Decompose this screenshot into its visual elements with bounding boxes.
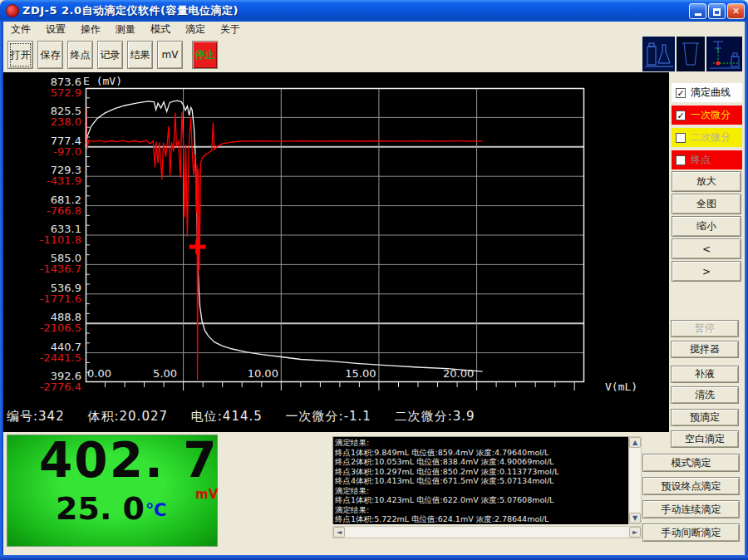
checkbox-checked-icon[interactable]: ✓: [676, 111, 686, 120]
lcd-mv-unit: mV: [195, 487, 218, 502]
beaker-icon: [677, 37, 704, 71]
svg-text:0.00: 0.00: [87, 367, 111, 380]
y-axis-tick: 873.6572.9: [5, 76, 81, 98]
lcd-temperature-unit: ℃: [145, 500, 166, 520]
legend-row-endpoint[interactable]: 终点: [672, 150, 742, 169]
menu-measure[interactable]: 测量: [108, 22, 143, 37]
drop-point-dot: [716, 61, 720, 66]
scroll-up-icon[interactable]: ▲: [629, 437, 641, 448]
legend-row-second-derivative[interactable]: 二次微分: [672, 128, 742, 147]
checkbox-unchecked-icon[interactable]: [676, 133, 686, 143]
manual-intermittent-titration-button[interactable]: 手动间断滴定: [642, 523, 740, 542]
status-second-derivative: 二次微分:3.9: [395, 409, 475, 424]
pre-titration-button[interactable]: 预滴定: [671, 409, 739, 426]
result-button[interactable]: 结果: [127, 41, 153, 69]
zoom-out-button[interactable]: 缩小: [672, 216, 741, 237]
save-button[interactable]: 保存: [37, 41, 63, 69]
legend-label: 二次微分: [691, 130, 731, 145]
zoom-in-button[interactable]: 放大: [672, 171, 741, 192]
legend-label: 滴定曲线: [691, 86, 731, 100]
console-vertical-scrollbar[interactable]: ▲ ▼: [628, 436, 642, 524]
app-logo-icon: [6, 4, 19, 17]
y-axis-tick: 633.1-1101.8: [5, 224, 81, 245]
lcd-temperature-value: 25. 0: [56, 490, 145, 527]
app-window: ZDJ-5 2.0自动滴定仪软件(容量电位滴定) ✕ 文件 设置 操作 测量 模…: [0, 0, 748, 560]
scroll-right-icon[interactable]: ►: [629, 527, 641, 538]
legend-row-first-derivative[interactable]: ✓ 一次微分: [672, 106, 742, 125]
menu-bar: 文件 设置 操作 测量 模式 滴定 关于: [3, 22, 745, 37]
preset-endpoint-titration-button[interactable]: 预设终点滴定: [642, 477, 740, 495]
caption-buttons: ✕: [689, 3, 745, 19]
stirrer-button[interactable]: 搅拌器: [671, 341, 739, 358]
window-border-bottom: [0, 555, 748, 560]
y-axis-tick: 681.2-766.8: [5, 194, 81, 216]
clean-button[interactable]: 清洗: [671, 386, 739, 404]
console-line: 终点1体积:10.423mL 电位值:622.0mV 浓度:5.07608mol…: [335, 495, 627, 505]
window-border-right: [745, 22, 748, 560]
menu-file[interactable]: 文件: [3, 22, 38, 37]
titration-chart: 0.005.0010.0015.0020.00: [86, 88, 584, 394]
legend-label: 终点: [691, 153, 711, 167]
console-line: 终点2体积:10.053mL 电位值:838.4mV 浓度:4.90069mol…: [335, 457, 627, 467]
status-volume: 体积:20.027: [87, 409, 168, 424]
svg-text:15.00: 15.00: [345, 367, 376, 380]
maximize-button[interactable]: [708, 3, 726, 19]
y-axis-tick: 488.8-2106.5: [5, 312, 81, 333]
close-button[interactable]: ✕: [727, 3, 745, 19]
menu-about[interactable]: 关于: [213, 22, 248, 37]
title-bar[interactable]: ZDJ-5 2.0自动滴定仪软件(容量电位滴定) ✕: [0, 0, 748, 22]
endpoint-button[interactable]: 终点: [67, 41, 93, 69]
svg-text:10.00: 10.00: [248, 367, 278, 380]
maximize-icon: [713, 8, 721, 16]
minimize-button[interactable]: [689, 3, 706, 19]
y-axis-tick: 440.7-2441.5: [5, 341, 81, 363]
menu-mode[interactable]: 模式: [143, 22, 178, 37]
y-axis-tick: 825.5238.0: [5, 106, 81, 127]
console-line: 滴定结果:: [335, 486, 627, 496]
pause-button: 暂停: [671, 320, 739, 337]
checkbox-unchecked-icon[interactable]: [676, 155, 686, 165]
burette-stand-icon: [706, 37, 742, 71]
status-potential: 电位:414.5: [191, 409, 263, 424]
full-view-button[interactable]: 全图: [672, 194, 741, 214]
record-button[interactable]: 记录: [97, 41, 123, 69]
window-title: ZDJ-5 2.0自动滴定仪软件(容量电位滴定): [22, 3, 239, 18]
y-axis-tick: 536.9-1771.6: [5, 282, 81, 304]
toolbar: 打开 保存 终点 记录 结果 mV 停止: [3, 37, 745, 72]
legend-label: 一次微分: [691, 108, 731, 122]
results-console[interactable]: 滴定结果: 终点1体积:9.849mL 电位值:859.4mV 浓度:4.796…: [332, 436, 628, 524]
y-axis-tick: 585.0-1436.7: [5, 253, 81, 274]
refill-button[interactable]: 补液: [671, 366, 739, 383]
mv-button[interactable]: mV: [157, 41, 183, 69]
menu-operation[interactable]: 操作: [73, 22, 108, 37]
svg-text:5.00: 5.00: [153, 367, 177, 380]
glassware-art: [642, 37, 742, 71]
flask-bottle-icon: [642, 37, 675, 71]
x-axis-title: V(mL): [605, 381, 637, 393]
status-first-derivative: 一次微分:-1.1: [286, 409, 372, 424]
console-horizontal-scrollbar[interactable]: ◄ ►: [332, 526, 642, 538]
titration-plot[interactable]: 0.005.0010.0015.0020.00: [86, 88, 584, 382]
checkbox-checked-icon[interactable]: ✓: [676, 88, 686, 98]
status-sample-number: 编号:342: [7, 409, 65, 424]
scroll-down-icon[interactable]: ▼: [629, 513, 641, 523]
menu-settings[interactable]: 设置: [38, 22, 73, 37]
pan-right-button[interactable]: >: [672, 261, 741, 282]
manual-continuous-titration-button[interactable]: 手动连续滴定: [642, 500, 740, 518]
console-line: 滴定结果:: [335, 505, 627, 515]
console-line: 滴定结果:: [335, 438, 627, 448]
stop-button[interactable]: 停止: [192, 41, 218, 69]
y-axis-tick: 777.4-97.0: [5, 135, 81, 157]
y-axis-tick: 392.6-2776.4: [5, 371, 81, 392]
scroll-left-icon[interactable]: ◄: [333, 527, 345, 538]
blank-titration-button[interactable]: 空白滴定: [671, 430, 739, 448]
console-line: 终点3体积:10.297mL 电位值:850.2mV 浓度:0.113773mo…: [335, 467, 627, 477]
mode-titration-button[interactable]: 模式滴定: [642, 454, 740, 472]
status-line: 编号:342 体积:20.027 电位:414.5 一次微分:-1.1 二次微分…: [7, 409, 663, 425]
open-button[interactable]: 打开: [7, 41, 33, 69]
pan-left-button[interactable]: <: [672, 238, 741, 259]
console-line: 终点1体积:9.849mL 电位值:859.4mV 浓度:4.79640mol/…: [335, 448, 627, 458]
legend-row-titration-curve[interactable]: ✓ 滴定曲线: [672, 83, 742, 102]
menu-titration[interactable]: 滴定: [178, 22, 213, 37]
console-line: 终点1体积:5.722mL 电位值:624.1mV 浓度:2.78644mol/…: [335, 514, 627, 524]
